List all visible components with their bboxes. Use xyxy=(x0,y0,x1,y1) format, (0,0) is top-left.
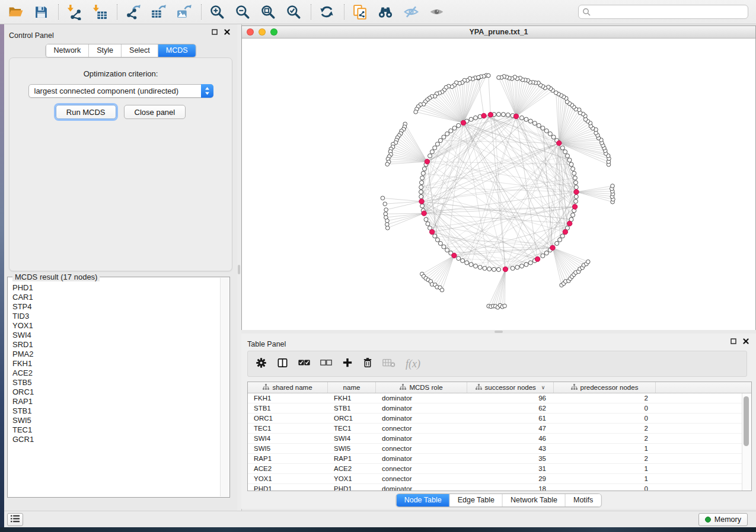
export-table-button[interactable] xyxy=(149,3,168,21)
mcds-hub-node[interactable] xyxy=(513,114,518,118)
network-node[interactable] xyxy=(544,129,548,133)
network-node[interactable] xyxy=(435,238,439,242)
column-header-shared-name[interactable]: shared name xyxy=(248,382,328,393)
network-node[interactable] xyxy=(469,262,473,267)
clone-network-button[interactable] xyxy=(350,3,369,21)
mcds-hub-node[interactable] xyxy=(419,199,424,204)
table-row[interactable]: STB1STB1dominator620 xyxy=(248,403,751,414)
network-node[interactable] xyxy=(501,113,505,117)
network-node[interactable] xyxy=(381,196,385,200)
network-node[interactable] xyxy=(574,185,578,190)
mcds-result-item[interactable]: RAP1 xyxy=(12,397,219,406)
network-node[interactable] xyxy=(383,202,387,206)
close-panel-button[interactable] xyxy=(224,29,230,35)
network-node[interactable] xyxy=(385,219,390,223)
network-node[interactable] xyxy=(477,75,481,79)
delete-column-button[interactable] xyxy=(363,357,372,370)
network-node[interactable] xyxy=(440,288,444,292)
network-node[interactable] xyxy=(487,73,491,78)
network-node[interactable] xyxy=(487,267,492,271)
network-node[interactable] xyxy=(571,213,575,217)
close-mcds-panel-button[interactable]: Close panel xyxy=(124,105,186,119)
network-node[interactable] xyxy=(419,185,423,190)
mcds-result-item[interactable]: SRD1 xyxy=(12,340,219,350)
network-node[interactable] xyxy=(551,135,556,139)
table-row[interactable]: TEC1TEC1connector472 xyxy=(248,424,751,434)
memory-button[interactable]: Memory xyxy=(698,513,748,526)
network-node[interactable] xyxy=(537,123,541,127)
zoom-in-button[interactable] xyxy=(208,3,227,21)
network-node[interactable] xyxy=(433,146,437,150)
run-mcds-button[interactable]: Run MCDS xyxy=(56,105,116,119)
mcds-hub-node[interactable] xyxy=(425,159,429,164)
table-row[interactable]: FKH1FKH1dominator962 xyxy=(248,393,751,403)
network-node[interactable] xyxy=(503,304,507,308)
mcds-result-item[interactable]: STB1 xyxy=(12,406,219,416)
table-scrollbar-thumb[interactable] xyxy=(744,396,749,446)
mcds-hub-node[interactable] xyxy=(557,140,562,145)
network-node[interactable] xyxy=(438,139,442,143)
table-row[interactable]: ACE2ACE2connector311 xyxy=(248,464,751,474)
mcds-result-scrollbar[interactable] xyxy=(220,278,229,496)
network-node[interactable] xyxy=(571,167,575,171)
network-node[interactable] xyxy=(586,260,591,264)
tab-style[interactable]: Style xyxy=(89,44,122,57)
maximize-window-button[interactable] xyxy=(270,28,277,36)
table-row[interactable]: ORC1ORC1dominator610 xyxy=(248,414,751,424)
import-table-button[interactable] xyxy=(90,3,109,21)
network-node[interactable] xyxy=(506,113,510,117)
show-columns-button[interactable] xyxy=(277,357,288,371)
network-node[interactable] xyxy=(422,167,426,171)
network-node[interactable] xyxy=(511,266,515,270)
table-scrollbar[interactable] xyxy=(742,393,751,491)
table-row[interactable]: SWI5SWI5connector431 xyxy=(248,444,751,454)
float-panel-button[interactable] xyxy=(212,29,218,35)
mcds-hub-node[interactable] xyxy=(572,204,577,209)
network-node[interactable] xyxy=(420,181,424,185)
network-node[interactable] xyxy=(555,241,559,245)
mcds-hub-node[interactable] xyxy=(535,257,540,261)
mcds-hub-node[interactable] xyxy=(422,211,426,216)
column-header-predecessor-nodes[interactable]: predecessor nodes xyxy=(554,382,656,393)
network-node[interactable] xyxy=(528,261,532,265)
mcds-result-item[interactable]: FKH1 xyxy=(12,359,219,368)
first-neighbors-button[interactable] xyxy=(376,3,395,21)
network-node[interactable] xyxy=(469,117,473,121)
zoom-fit-button[interactable] xyxy=(259,3,277,21)
refresh-view-button[interactable] xyxy=(317,3,336,21)
mcds-hub-node[interactable] xyxy=(481,113,486,118)
network-node[interactable] xyxy=(419,190,423,194)
mcds-result-item[interactable]: TID3 xyxy=(12,312,219,321)
mcds-hub-node[interactable] xyxy=(550,245,555,250)
table-row[interactable]: YOX1YOX1connector291 xyxy=(248,474,751,484)
network-node[interactable] xyxy=(445,132,449,136)
table-row[interactable]: RAP1RAP1dominator352 xyxy=(248,454,751,464)
network-node[interactable] xyxy=(492,267,496,271)
network-node[interactable] xyxy=(532,121,537,126)
network-node[interactable] xyxy=(574,199,578,203)
network-node[interactable] xyxy=(611,184,615,188)
apply-function-button[interactable]: f(x) xyxy=(406,358,420,370)
zoom-selected-button[interactable] xyxy=(284,3,303,21)
network-node[interactable] xyxy=(385,226,390,230)
network-node[interactable] xyxy=(478,265,482,270)
network-node[interactable] xyxy=(560,146,564,150)
export-image-button[interactable] xyxy=(174,3,193,21)
mcds-hub-node[interactable] xyxy=(567,221,572,226)
network-node[interactable] xyxy=(520,264,524,268)
zoom-out-button[interactable] xyxy=(233,3,252,21)
tab-network[interactable]: Network xyxy=(46,44,89,57)
network-node[interactable] xyxy=(541,254,545,258)
tab-motifs[interactable]: Motifs xyxy=(566,494,601,507)
mcds-result-item[interactable]: GCR1 xyxy=(12,435,219,444)
tab-mcds[interactable]: MCDS xyxy=(158,44,196,57)
tab-node-table[interactable]: Node Table xyxy=(397,494,450,507)
mcds-result-item[interactable]: PMA2 xyxy=(12,350,219,359)
mcds-hub-node[interactable] xyxy=(461,120,465,125)
mcds-hub-node[interactable] xyxy=(452,253,457,258)
import-network-button[interactable] xyxy=(65,3,84,21)
network-node[interactable] xyxy=(566,154,570,158)
close-panel-button[interactable] xyxy=(743,338,749,344)
tab-select[interactable]: Select xyxy=(122,44,158,57)
mcds-hub-node[interactable] xyxy=(430,229,435,234)
